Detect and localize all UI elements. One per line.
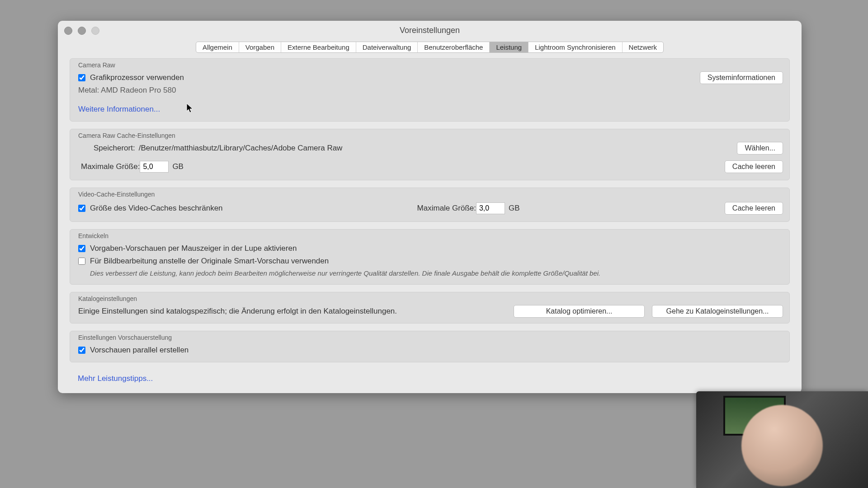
catalog-text: Einige Einstellungen sind katalogspezifi… (78, 307, 397, 316)
max-size-label: Maximale Größe: (81, 162, 140, 171)
window-title: Voreinstellungen (58, 26, 802, 35)
tab-benutzeroberfläche[interactable]: Benutzeroberfläche (418, 42, 490, 52)
gb-unit: GB (509, 204, 520, 213)
purge-cache-button[interactable]: Cache leeren (725, 160, 783, 173)
prefs-tab-segmented: AllgemeinVorgabenExterne BearbeitungDate… (196, 42, 664, 53)
section-title: Einstellungen Vorschauerstellung (70, 331, 789, 341)
section-catalog: Katalogeinstellungen Einige Einstellunge… (70, 292, 790, 324)
max-size-input[interactable] (140, 161, 169, 173)
section-camera-raw: Camera Raw Grafikprozessor verwenden Sys… (70, 58, 790, 122)
section-title: Entwickeln (70, 230, 789, 239)
use-gpu-checkbox[interactable] (78, 74, 85, 81)
smart-preview-checkbox[interactable] (78, 258, 85, 265)
section-develop: Entwickeln Vorgaben-Vorschauen per Mausz… (70, 229, 790, 285)
tab-lightroom-synchronisieren[interactable]: Lightroom Synchronisieren (528, 42, 622, 52)
more-performance-tips-link[interactable]: Mehr Leistungstipps... (70, 370, 790, 383)
titlebar: Voreinstellungen (58, 21, 802, 40)
prefs-tabbar: AllgemeinVorgabenExterne BearbeitungDate… (58, 42, 802, 53)
purge-video-cache-button[interactable]: Cache leeren (725, 202, 783, 215)
parallel-previews-checkbox[interactable] (78, 347, 85, 354)
limit-video-cache-label: Größe des Video-Caches beschränken (90, 204, 223, 213)
window-minimize-button[interactable] (78, 27, 86, 35)
limit-video-cache-checkbox[interactable] (78, 205, 85, 212)
prefs-content: Camera Raw Grafikprozessor verwenden Sys… (58, 56, 802, 393)
optimize-catalog-button[interactable]: Katalog optimieren... (514, 305, 645, 318)
preferences-window: Voreinstellungen AllgemeinVorgabenExtern… (58, 21, 802, 393)
video-max-size-label: Maximale Größe: (417, 204, 476, 213)
tab-leistung[interactable]: Leistung (490, 42, 528, 52)
section-title: Katalogeinstellungen (70, 292, 789, 302)
more-info-link[interactable]: Weitere Informationen... (78, 105, 160, 114)
window-close-button[interactable] (64, 27, 72, 35)
tab-netzwerk[interactable]: Netzwerk (623, 42, 664, 52)
cache-location-label: Speicherort: (94, 144, 135, 153)
video-max-size-input[interactable] (476, 202, 505, 214)
tab-externe-bearbeitung[interactable]: Externe Bearbeitung (281, 42, 356, 52)
tab-allgemein[interactable]: Allgemein (196, 42, 239, 52)
section-video-cache: Video-Cache-Einstellungen Größe des Vide… (70, 188, 790, 222)
smart-preview-label: Für Bildbearbeitung anstelle der Origina… (90, 257, 329, 266)
parallel-previews-label: Vorschauen parallel erstellen (90, 346, 189, 355)
section-title: Camera Raw (70, 59, 789, 69)
cache-location-value: /Benutzer/matthiasbutz/Library/Caches/Ad… (139, 144, 343, 153)
gb-unit: GB (172, 162, 184, 171)
section-preview-gen: Einstellungen Vorschauerstellung Vorscha… (70, 331, 790, 362)
system-info-button[interactable]: Systeminformationen (700, 71, 783, 84)
tab-dateiverwaltung[interactable]: Dateiverwaltung (356, 42, 418, 52)
use-gpu-label: Grafikprozessor verwenden (90, 73, 184, 82)
tab-vorgaben[interactable]: Vorgaben (239, 42, 281, 52)
preset-hover-checkbox[interactable] (78, 245, 85, 252)
section-cr-cache: Camera Raw Cache-Einstellungen Speichero… (70, 129, 790, 180)
gpu-metal-line: Metal: AMD Radeon Pro 580 (78, 86, 176, 95)
section-title: Camera Raw Cache-Einstellungen (70, 129, 789, 139)
window-control-group (64, 27, 99, 35)
goto-catalog-settings-button[interactable]: Gehe zu Katalogeinstellungen... (652, 305, 783, 318)
smart-preview-hint: Dies verbessert die Leistung, kann jedoc… (90, 269, 600, 277)
choose-location-button[interactable]: Wählen... (737, 142, 783, 155)
section-title: Video-Cache-Einstellungen (70, 188, 789, 198)
webcam-overlay (696, 391, 868, 488)
preset-hover-label: Vorgaben-Vorschauen per Mauszeiger in de… (90, 244, 297, 253)
window-zoom-button[interactable] (91, 27, 99, 35)
